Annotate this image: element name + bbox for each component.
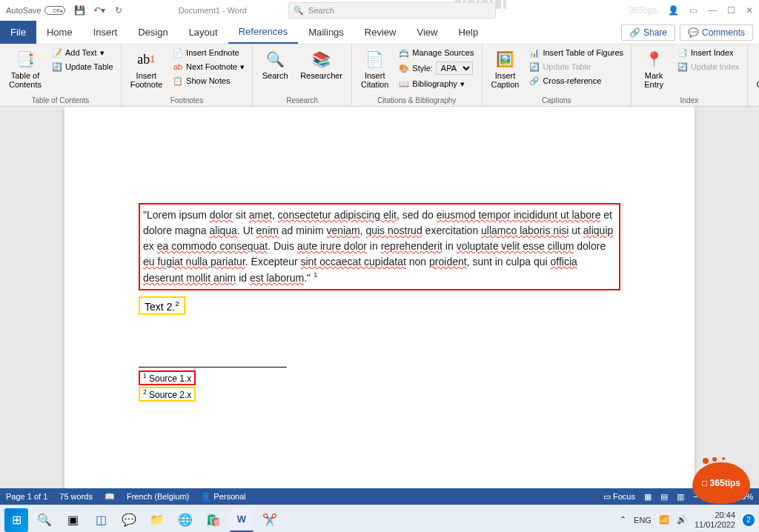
comments-button[interactable]: 💬 Comments xyxy=(680,24,753,41)
mark-entry-button[interactable]: 📍 Mark Entry xyxy=(636,46,672,92)
store-icon[interactable]: 🛍️ xyxy=(202,508,225,532)
manage-sources-button[interactable]: 📇Manage Sources xyxy=(396,46,477,59)
autosave-toggle[interactable]: AutoSave Off ● xyxy=(6,6,65,15)
language-indicator[interactable]: French (Belgium) xyxy=(127,492,189,501)
task-view-icon[interactable]: ▣ xyxy=(61,508,84,532)
tray-volume-icon[interactable]: 🔊 xyxy=(677,515,687,525)
tray-notifications[interactable]: 2 xyxy=(743,514,755,526)
tab-references[interactable]: References xyxy=(228,21,298,44)
cross-ref-icon: 🔗 xyxy=(529,76,540,86)
update-index-icon: 🔄 xyxy=(677,61,688,72)
next-footnote-button[interactable]: abNext Footnote ▾ xyxy=(170,60,248,73)
add-text-button[interactable]: 📝Add Text ▾ xyxy=(49,46,116,59)
group-footnotes: ab1 Insert Footnote 📄Insert Endnote abNe… xyxy=(122,44,253,106)
widgets-icon[interactable]: ◫ xyxy=(89,508,113,532)
file-tab[interactable]: File xyxy=(0,21,36,44)
explorer-icon[interactable]: 📁 xyxy=(145,508,169,532)
web-layout-icon[interactable]: ▥ xyxy=(677,492,684,502)
tab-layout[interactable]: Layout xyxy=(179,21,228,44)
insert-footnote-button[interactable]: ab1 Insert Footnote xyxy=(126,46,167,92)
add-text-icon: 📝 xyxy=(52,47,62,58)
group-authorities: ⚖️ Mark Citation 📄 ⌃ Table of Authoriti.… xyxy=(748,44,760,106)
tab-view[interactable]: View xyxy=(406,21,448,44)
document-title: Document1 - Word xyxy=(179,6,247,15)
citation-icon: 📄 xyxy=(365,49,385,70)
spell-check-icon[interactable]: 📖 xyxy=(105,492,115,502)
print-layout-icon[interactable]: ▤ xyxy=(660,492,668,502)
tray-wifi-icon[interactable]: 📶 xyxy=(659,515,669,525)
taskbar: ⊞ 🔍 ▣ ◫ 💬 📁 🌐 🛍️ W ✂️ ⌃ ENG 📶 🔊 20:44 11… xyxy=(0,505,759,532)
footnote-separator xyxy=(139,367,287,368)
insert-caption-button[interactable]: 🖼️ Insert Caption xyxy=(487,46,524,92)
search-box[interactable]: 🔍 Search xyxy=(288,2,496,19)
toggle-switch[interactable]: Off ● xyxy=(44,6,65,15)
mark-citation-button[interactable]: ⚖️ Mark Citation xyxy=(752,46,760,92)
chat-icon[interactable]: 💬 xyxy=(117,508,141,532)
footnote-1-highlight[interactable]: 1 Source 1.x xyxy=(139,370,196,385)
focus-mode[interactable]: ▭ Focus xyxy=(603,492,635,502)
read-mode-icon[interactable]: ▦ xyxy=(644,492,652,502)
style-select[interactable]: APA xyxy=(436,61,473,75)
maximize-icon[interactable]: ☐ xyxy=(727,5,735,16)
tab-review[interactable]: Review xyxy=(354,21,407,44)
research-search-icon: 🔍 xyxy=(265,49,285,70)
bibliography-button[interactable]: 📖Bibliography ▾ xyxy=(396,77,477,90)
tab-help[interactable]: Help xyxy=(448,21,488,44)
show-notes-icon: 📋 xyxy=(173,76,183,86)
tray-clock[interactable]: 20:44 11/01/2022 xyxy=(695,511,735,528)
page-indicator[interactable]: Page 1 of 1 xyxy=(6,492,47,501)
tab-insert[interactable]: Insert xyxy=(83,21,128,44)
quick-access-toolbar: 💾 ↶▾ ↻ xyxy=(74,4,125,16)
bibliography-icon: 📖 xyxy=(399,79,409,89)
tray-language[interactable]: ENG xyxy=(634,516,652,525)
ribbon-options-icon[interactable]: ▭ xyxy=(689,5,697,16)
undo-icon[interactable]: ↶▾ xyxy=(93,4,105,16)
text2-highlight[interactable]: Text 2.2 xyxy=(139,296,185,316)
tab-design[interactable]: Design xyxy=(127,21,178,44)
cross-reference-button[interactable]: 🔗Cross-reference xyxy=(526,74,626,87)
window-controls: 365tips 👤 ▭ — ☐ ✕ xyxy=(629,5,753,16)
edge-icon[interactable]: 🌐 xyxy=(173,508,197,532)
main-paragraph-highlight[interactable]: "Lorem ipsum dolor sit amet, consectetur… xyxy=(139,203,620,290)
save-icon[interactable]: 💾 xyxy=(74,4,86,16)
endnote-icon: 📄 xyxy=(173,47,183,58)
redo-icon[interactable]: ↻ xyxy=(113,4,125,16)
group-captions: 🖼️ Insert Caption 📊Insert Table of Figur… xyxy=(483,44,632,106)
next-footnote-icon: ab xyxy=(173,61,183,72)
word-icon[interactable]: W xyxy=(230,508,253,532)
search-button[interactable]: 🔍 Search xyxy=(257,46,293,83)
group-citations: 📄 Insert Citation 📇Manage Sources 🎨 Styl… xyxy=(352,44,482,106)
caption-icon: 🖼️ xyxy=(494,49,515,70)
group-research: 🔍 Search 📚 Researcher Research xyxy=(253,44,352,106)
insert-endnote-button[interactable]: 📄Insert Endnote xyxy=(170,46,248,59)
snip-icon[interactable]: ✂️ xyxy=(258,508,282,532)
insert-figures-button[interactable]: 📊Insert Table of Figures xyxy=(526,46,626,59)
personal-indicator[interactable]: 👤 Personal xyxy=(201,492,245,502)
update-table-button[interactable]: 🔄Update Table xyxy=(49,60,116,73)
toc-button[interactable]: 📑 Table of Contents xyxy=(4,46,46,92)
status-bar: Page 1 of 1 75 words 📖 French (Belgium) … xyxy=(0,488,759,505)
search-taskbar-icon[interactable]: 🔍 xyxy=(33,508,56,532)
insert-citation-button[interactable]: 📄 Insert Citation xyxy=(357,46,393,92)
word-count[interactable]: 75 words xyxy=(59,492,93,501)
start-button[interactable]: ⊞ xyxy=(4,508,28,532)
researcher-icon: 📚 xyxy=(311,49,332,70)
style-icon: 🎨 xyxy=(399,63,409,73)
close-icon[interactable]: ✕ xyxy=(746,5,753,16)
tray-chevron-icon[interactable]: ⌃ xyxy=(620,515,626,525)
share-button[interactable]: 🔗 Share xyxy=(621,24,675,41)
user-icon[interactable]: 👤 xyxy=(668,5,679,16)
page[interactable]: "Lorem ipsum dolor sit amet, consectetur… xyxy=(64,107,695,488)
autosave-label: AutoSave xyxy=(6,6,42,15)
footnote-2-highlight[interactable]: 2 Source 2.x xyxy=(139,387,196,402)
researcher-button[interactable]: 📚 Researcher xyxy=(296,46,347,83)
figures-table-icon: 📊 xyxy=(529,47,540,58)
show-notes-button[interactable]: 📋Show Notes xyxy=(170,74,248,87)
tab-home[interactable]: Home xyxy=(36,21,83,44)
insert-index-icon: 📑 xyxy=(677,47,688,58)
tab-mailings[interactable]: Mailings xyxy=(298,21,354,44)
minimize-icon[interactable]: — xyxy=(708,5,717,16)
insert-index-button[interactable]: 📑Insert Index xyxy=(675,46,742,59)
ribbon-tabs: File Home Insert Design Layout Reference… xyxy=(0,21,759,44)
document-area[interactable]: "Lorem ipsum dolor sit amet, consectetur… xyxy=(0,107,759,488)
